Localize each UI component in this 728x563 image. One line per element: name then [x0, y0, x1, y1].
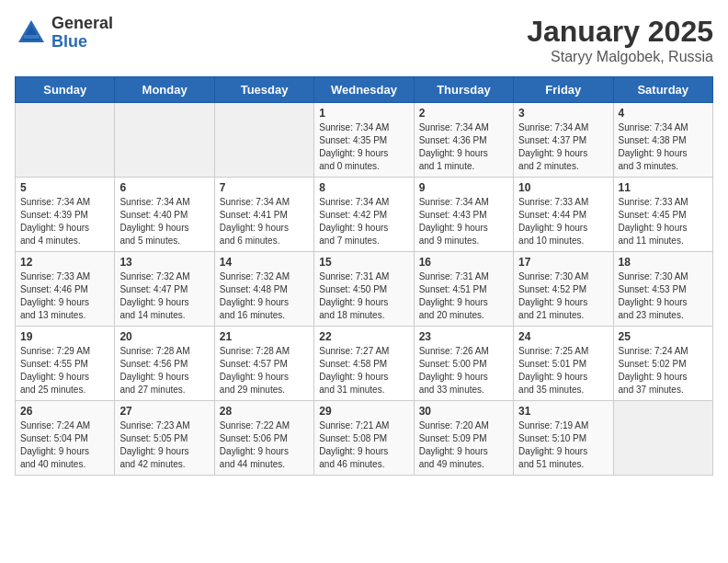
day-info: Sunrise: 7:28 AM Sunset: 4:57 PM Dayligh…: [220, 345, 309, 396]
day-info: Sunrise: 7:34 AM Sunset: 4:40 PM Dayligh…: [119, 196, 209, 247]
day-number: 16: [419, 256, 508, 269]
calendar-cell: 8Sunrise: 7:34 AM Sunset: 4:42 PM Daylig…: [314, 178, 414, 252]
day-number: 25: [619, 330, 708, 343]
calendar-cell: [16, 103, 115, 178]
calendar-cell: 13Sunrise: 7:32 AM Sunset: 4:47 PM Dayli…: [115, 252, 214, 327]
day-number: 27: [119, 405, 209, 418]
day-number: 29: [319, 405, 408, 418]
calendar-cell: 22Sunrise: 7:27 AM Sunset: 4:58 PM Dayli…: [314, 327, 414, 401]
calendar-cell: 29Sunrise: 7:21 AM Sunset: 5:08 PM Dayli…: [314, 401, 414, 476]
day-number: 6: [119, 181, 209, 194]
calendar-cell: 7Sunrise: 7:34 AM Sunset: 4:41 PM Daylig…: [214, 178, 313, 252]
day-number: 3: [518, 107, 608, 120]
calendar-cell: 9Sunrise: 7:34 AM Sunset: 4:43 PM Daylig…: [414, 178, 513, 252]
title-block: January 2025 Staryy Malgobek, Russia: [527, 15, 713, 65]
logo-icon: [15, 17, 48, 50]
day-info: Sunrise: 7:30 AM Sunset: 4:53 PM Dayligh…: [619, 270, 708, 322]
calendar-week-1: 1Sunrise: 7:34 AM Sunset: 4:35 PM Daylig…: [16, 103, 713, 178]
calendar-location: Staryy Malgobek, Russia: [527, 49, 713, 65]
calendar-title: January 2025: [527, 15, 713, 49]
day-info: Sunrise: 7:34 AM Sunset: 4:39 PM Dayligh…: [20, 196, 109, 247]
day-info: Sunrise: 7:24 AM Sunset: 5:02 PM Dayligh…: [619, 345, 708, 396]
day-number: 19: [20, 330, 109, 343]
day-number: 9: [419, 181, 508, 194]
day-info: Sunrise: 7:26 AM Sunset: 5:00 PM Dayligh…: [419, 345, 508, 396]
calendar-cell: 4Sunrise: 7:34 AM Sunset: 4:38 PM Daylig…: [613, 103, 712, 178]
day-number: 14: [220, 256, 309, 269]
day-number: 30: [419, 405, 508, 418]
day-info: Sunrise: 7:32 AM Sunset: 4:47 PM Dayligh…: [119, 270, 209, 322]
day-number: 10: [518, 181, 608, 194]
day-number: 12: [20, 256, 109, 269]
logo-general-text: General: [51, 15, 113, 33]
day-number: 31: [518, 405, 608, 418]
day-number: 18: [619, 256, 708, 269]
day-info: Sunrise: 7:23 AM Sunset: 5:05 PM Dayligh…: [119, 419, 209, 471]
weekday-header-monday: Monday: [115, 77, 214, 103]
weekday-header-row: SundayMondayTuesdayWednesdayThursdayFrid…: [16, 77, 713, 103]
day-info: Sunrise: 7:19 AM Sunset: 5:10 PM Dayligh…: [518, 419, 608, 471]
calendar-cell: 27Sunrise: 7:23 AM Sunset: 5:05 PM Dayli…: [115, 401, 214, 476]
calendar-week-2: 5Sunrise: 7:34 AM Sunset: 4:39 PM Daylig…: [16, 178, 713, 252]
day-number: 22: [319, 330, 408, 343]
day-number: 24: [518, 330, 608, 343]
day-info: Sunrise: 7:34 AM Sunset: 4:38 PM Dayligh…: [619, 121, 708, 173]
day-number: 28: [220, 405, 309, 418]
day-info: Sunrise: 7:29 AM Sunset: 4:55 PM Dayligh…: [20, 345, 109, 396]
weekday-header-friday: Friday: [514, 77, 613, 103]
calendar-cell: 10Sunrise: 7:33 AM Sunset: 4:44 PM Dayli…: [514, 178, 613, 252]
day-number: 23: [419, 330, 508, 343]
calendar-cell: [115, 103, 214, 178]
calendar-cell: 17Sunrise: 7:30 AM Sunset: 4:52 PM Dayli…: [514, 252, 613, 327]
day-info: Sunrise: 7:33 AM Sunset: 4:44 PM Dayligh…: [518, 196, 608, 247]
day-number: 11: [619, 181, 708, 194]
calendar-cell: 26Sunrise: 7:24 AM Sunset: 5:04 PM Dayli…: [16, 401, 115, 476]
calendar-table: SundayMondayTuesdayWednesdayThursdayFrid…: [15, 76, 713, 476]
calendar-cell: 19Sunrise: 7:29 AM Sunset: 4:55 PM Dayli…: [16, 327, 115, 401]
day-info: Sunrise: 7:34 AM Sunset: 4:35 PM Dayligh…: [319, 121, 408, 173]
day-info: Sunrise: 7:22 AM Sunset: 5:06 PM Dayligh…: [220, 419, 309, 471]
day-info: Sunrise: 7:31 AM Sunset: 4:51 PM Dayligh…: [419, 270, 508, 322]
calendar-cell: 15Sunrise: 7:31 AM Sunset: 4:50 PM Dayli…: [314, 252, 414, 327]
day-info: Sunrise: 7:34 AM Sunset: 4:36 PM Dayligh…: [419, 121, 508, 173]
day-number: 17: [518, 256, 608, 269]
calendar-cell: 25Sunrise: 7:24 AM Sunset: 5:02 PM Dayli…: [613, 327, 712, 401]
calendar-cell: 5Sunrise: 7:34 AM Sunset: 4:39 PM Daylig…: [16, 178, 115, 252]
weekday-header-wednesday: Wednesday: [314, 77, 414, 103]
calendar-week-4: 19Sunrise: 7:29 AM Sunset: 4:55 PM Dayli…: [16, 327, 713, 401]
day-number: 26: [20, 405, 109, 418]
day-number: 1: [319, 107, 408, 120]
calendar-week-3: 12Sunrise: 7:33 AM Sunset: 4:46 PM Dayli…: [16, 252, 713, 327]
svg-rect-2: [24, 35, 39, 39]
page-header: General Blue January 2025 Staryy Malgobe…: [15, 15, 713, 65]
calendar-cell: 14Sunrise: 7:32 AM Sunset: 4:48 PM Dayli…: [214, 252, 313, 327]
logo-blue-text: Blue: [51, 33, 113, 52]
weekday-header-thursday: Thursday: [414, 77, 513, 103]
day-info: Sunrise: 7:32 AM Sunset: 4:48 PM Dayligh…: [220, 270, 309, 322]
calendar-cell: 12Sunrise: 7:33 AM Sunset: 4:46 PM Dayli…: [16, 252, 115, 327]
calendar-cell: 1Sunrise: 7:34 AM Sunset: 4:35 PM Daylig…: [314, 103, 414, 178]
calendar-cell: 3Sunrise: 7:34 AM Sunset: 4:37 PM Daylig…: [514, 103, 613, 178]
logo-text: General Blue: [51, 15, 113, 52]
calendar-cell: 28Sunrise: 7:22 AM Sunset: 5:06 PM Dayli…: [214, 401, 313, 476]
calendar-cell: [613, 401, 712, 476]
day-number: 4: [619, 107, 708, 120]
day-info: Sunrise: 7:34 AM Sunset: 4:43 PM Dayligh…: [419, 196, 508, 247]
day-info: Sunrise: 7:31 AM Sunset: 4:50 PM Dayligh…: [319, 270, 408, 322]
calendar-cell: [214, 103, 313, 178]
calendar-cell: 24Sunrise: 7:25 AM Sunset: 5:01 PM Dayli…: [514, 327, 613, 401]
day-number: 20: [119, 330, 209, 343]
calendar-cell: 31Sunrise: 7:19 AM Sunset: 5:10 PM Dayli…: [514, 401, 613, 476]
calendar-cell: 11Sunrise: 7:33 AM Sunset: 4:45 PM Dayli…: [613, 178, 712, 252]
day-number: 5: [20, 181, 109, 194]
day-info: Sunrise: 7:34 AM Sunset: 4:41 PM Dayligh…: [220, 196, 309, 247]
calendar-cell: 30Sunrise: 7:20 AM Sunset: 5:09 PM Dayli…: [414, 401, 513, 476]
weekday-header-saturday: Saturday: [613, 77, 712, 103]
day-number: 21: [220, 330, 309, 343]
day-number: 15: [319, 256, 408, 269]
calendar-cell: 6Sunrise: 7:34 AM Sunset: 4:40 PM Daylig…: [115, 178, 214, 252]
day-info: Sunrise: 7:34 AM Sunset: 4:37 PM Dayligh…: [518, 121, 608, 173]
day-info: Sunrise: 7:34 AM Sunset: 4:42 PM Dayligh…: [319, 196, 408, 247]
calendar-week-5: 26Sunrise: 7:24 AM Sunset: 5:04 PM Dayli…: [16, 401, 713, 476]
day-info: Sunrise: 7:21 AM Sunset: 5:08 PM Dayligh…: [319, 419, 408, 471]
